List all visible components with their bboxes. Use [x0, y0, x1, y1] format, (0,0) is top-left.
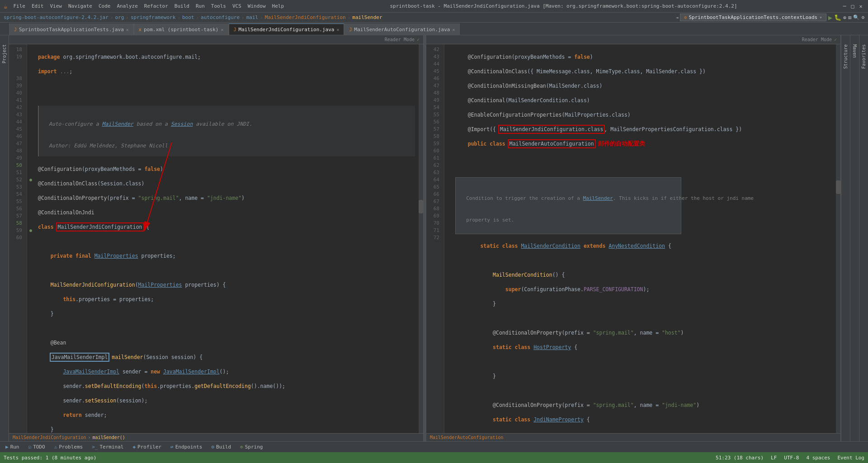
run-config-selector[interactable]: ⚙ SprintbootTaskApplicationTests.context…	[680, 14, 826, 21]
event-log[interactable]: Event Log	[837, 455, 864, 461]
tab-close-icon[interactable]: ✕	[452, 27, 455, 32]
test-icon: ⚙	[684, 15, 687, 20]
line-numbers-right: 42 43 44 45 46 47 48 49 54 55 56 57 58 5…	[426, 44, 444, 433]
breadcrumb-springframework[interactable]: springframework	[131, 14, 175, 20]
tab-label: MailSenderAutoConfiguration.java	[354, 27, 450, 33]
breadcrumb-method[interactable]: mailSender	[352, 14, 382, 20]
scroll-track-right[interactable]	[836, 44, 840, 433]
scrollbar-thumb-left[interactable]	[419, 200, 423, 213]
reader-mode-check[interactable]: ✓	[417, 37, 420, 42]
code-panels: Reader Mode ✓ 18 19 38 39 40 41 42 43 44	[9, 35, 841, 441]
breadcrumb-mail[interactable]: mail	[246, 14, 259, 20]
right-code-area[interactable]: 42 43 44 45 46 47 48 49 54 55 56 57 58 5…	[426, 44, 840, 433]
menu-run[interactable]: Run	[193, 2, 207, 10]
project-label[interactable]: Project	[2, 44, 7, 63]
java-file-icon: J	[14, 27, 17, 32]
menu-window[interactable]: Window	[245, 2, 268, 10]
breadcrumb-boot[interactable]: boot	[182, 14, 194, 20]
indent[interactable]: 4 spaces	[806, 455, 830, 461]
menu-vcs[interactable]: VCS	[230, 2, 244, 10]
spring-tool-btn[interactable]: ⊕ Spring	[238, 443, 264, 451]
menu-analyze[interactable]: Analyze	[114, 2, 140, 10]
code-content-left[interactable]: package org.springframework.boot.autocon…	[34, 44, 419, 433]
debug-button[interactable]: 🐛	[834, 14, 841, 21]
tab-mailsender-jndi[interactable]: J MailSenderJndiConfiguration.java ✕	[229, 24, 344, 35]
favorites-sidebar[interactable]: Favorites	[859, 35, 868, 441]
left-code-area[interactable]: 18 19 38 39 40 41 42 43 44 45 46 47 48	[9, 44, 423, 433]
build-tool-btn[interactable]: ⚙ Build	[209, 443, 233, 451]
maven-label[interactable]: Maven	[852, 44, 857, 58]
java-file-icon: J	[234, 27, 236, 32]
tab-pom[interactable]: x pom.xml (sprintboot-task) ✕	[134, 24, 229, 35]
code-content-right[interactable]: @Configuration(proxyBeanMethods = false)…	[452, 44, 836, 433]
spring-label: Spring	[245, 444, 263, 450]
scrollbar-thumb-right[interactable]	[836, 180, 840, 194]
menu-view[interactable]: View	[47, 2, 64, 10]
terminal-tool-btn[interactable]: >_ Terminal	[90, 443, 125, 451]
tab-sprintboot-tests[interactable]: J SprintbootTaskApplicationTests.java ✕	[9, 24, 134, 35]
menu-navigate[interactable]: Navigate	[66, 2, 94, 10]
menu-edit[interactable]: Edit	[29, 2, 46, 10]
tab-close-icon[interactable]: ✕	[336, 27, 339, 32]
profiler-icon: ◈	[132, 444, 136, 450]
close-button[interactable]: ✕	[857, 3, 864, 10]
favorites-label[interactable]: Favorites	[861, 44, 866, 69]
breadcrumb-jar[interactable]: spring-boot-autoconfigure-2.4.2.jar	[4, 14, 108, 20]
gutter-left: ● ●	[27, 44, 34, 433]
todo-tool-btn[interactable]: ☑ TODO	[27, 443, 47, 451]
doc-popup-right: Condition to trigger the creation of a M…	[455, 177, 681, 234]
reader-mode-label-right: Reader Mode	[802, 37, 832, 42]
statusbar: Tests passed: 1 (8 minutes ago) 51:23 (1…	[0, 452, 868, 463]
line-ending[interactable]: LF	[771, 455, 777, 461]
more-run-options[interactable]: ⊞	[848, 14, 851, 21]
breadcrumb-autoconfigure[interactable]: autoconfigure	[201, 14, 240, 20]
chevron-down-icon[interactable]: ▾	[819, 14, 822, 20]
return-type-highlight: JavaMailSenderImpl	[51, 354, 109, 361]
auto-config-class-highlight: MailSenderAutoConfiguration	[509, 140, 595, 147]
minimize-button[interactable]: ─	[841, 3, 848, 10]
settings-icon[interactable]: ⚙	[861, 14, 864, 20]
encoding[interactable]: UTF-8	[784, 455, 799, 461]
tab-bar: J SprintbootTaskApplicationTests.java ✕ …	[0, 23, 868, 35]
maximize-button[interactable]: □	[849, 3, 856, 10]
status-right: 51:23 (18 chars) LF UTF-8 4 spaces Event…	[716, 455, 864, 461]
tab-close-icon[interactable]: ✕	[221, 27, 223, 32]
menu-tools[interactable]: Tools	[209, 2, 228, 10]
class-name-highlight-left: MailSenderJndiConfiguration	[57, 223, 143, 231]
run-tool-btn[interactable]: ▶ Run	[4, 443, 21, 451]
right-panel-bottom: MailSenderAutoConfiguration	[426, 433, 840, 441]
profiler-tool-btn[interactable]: ◈ Profiler	[131, 443, 163, 451]
problems-tool-btn[interactable]: ⚠ Problems	[52, 443, 85, 451]
tab-mailsender-auto[interactable]: J MailSenderAutoConfiguration.java ✕	[344, 24, 460, 35]
structure-label[interactable]: Structure	[843, 44, 848, 69]
project-sidebar[interactable]: Project	[0, 35, 9, 441]
scroll-track-left[interactable]	[419, 44, 423, 433]
maven-sidebar[interactable]: Maven	[850, 35, 859, 441]
tab-label: SprintbootTaskApplicationTests.java	[19, 27, 124, 33]
maven-file-icon: x	[139, 27, 142, 32]
window-controls: ─ □ ✕	[841, 3, 864, 10]
spring-icon: ⊕	[240, 444, 243, 450]
menu-build[interactable]: Build	[172, 2, 192, 10]
tab-close-icon[interactable]: ✕	[126, 27, 129, 32]
reader-mode-check-right[interactable]: ✓	[834, 37, 837, 42]
left-code-panel: Reader Mode ✓ 18 19 38 39 40 41 42 43 44	[9, 35, 424, 441]
endpoints-icon: ⇌	[170, 444, 174, 450]
run-config-bar: ◄ ⚙ SprintbootTaskApplicationTests.conte…	[675, 14, 864, 22]
tab-label: MailSenderJndiConfiguration.java	[239, 27, 335, 33]
run-button[interactable]: ▶	[828, 14, 832, 22]
status-message: Tests passed: 1 (8 minutes ago)	[4, 455, 96, 461]
breadcrumb-class[interactable]: MailSenderJndiConfiguration	[265, 14, 346, 20]
structure-sidebar[interactable]: Structure	[841, 35, 850, 441]
coverage-button[interactable]: ⊕	[843, 14, 846, 21]
line-numbers-left: 18 19 38 39 40 41 42 43 44 45 46 47 48	[9, 44, 27, 433]
search-everywhere-icon[interactable]: 🔍	[853, 14, 859, 20]
menu-refactor[interactable]: Refactor	[142, 2, 170, 10]
bottom-toolbar: ▶ Run ☑ TODO ⚠ Problems >_ Terminal ◈ Pr…	[0, 441, 868, 452]
back-icon[interactable]: ◄	[675, 15, 678, 20]
menu-code[interactable]: Code	[96, 2, 113, 10]
breadcrumb-org[interactable]: org	[115, 14, 124, 20]
menu-help[interactable]: Help	[270, 2, 287, 10]
menu-file[interactable]: File	[11, 2, 28, 10]
endpoints-tool-btn[interactable]: ⇌ Endpoints	[169, 443, 204, 451]
